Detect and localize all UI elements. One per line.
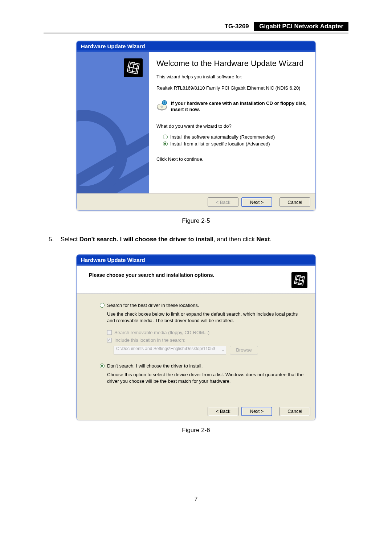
wizard-sidebar <box>77 52 149 193</box>
browse-button: Browse <box>230 346 258 354</box>
path-dropdown: C:\Documents and Settings\English\Deskto… <box>114 346 226 354</box>
radio-icon <box>163 135 168 139</box>
radio-label: Install the software automatically (Reco… <box>170 134 275 140</box>
hardware-icon <box>124 58 143 77</box>
radio-label: Don't search. I will choose the driver t… <box>107 363 203 369</box>
checkbox-label: Search removable media (floppy, CD-ROM..… <box>114 330 209 335</box>
checkbox-removable-media: Search removable media (floppy, CD-ROM..… <box>107 330 306 335</box>
svg-point-6 <box>161 106 163 107</box>
wizard-buttons: < Back Next > Cancel <box>77 403 315 420</box>
search-description: Use the check boxes below to limit or ex… <box>107 311 306 324</box>
wizard-question: What do you want the wizard to do? <box>156 123 308 130</box>
radio-label: Search for the best driver in these loca… <box>107 303 199 308</box>
next-button[interactable]: Next > <box>241 407 272 416</box>
checkbox-include-location: Include this location in the search: <box>107 337 306 343</box>
dont-search-description: Choose this option to select the device … <box>107 372 306 385</box>
chevron-down-icon: ⌄ <box>221 348 225 352</box>
step-number: 5. <box>49 235 59 244</box>
page-number: 7 <box>44 496 348 503</box>
figure-caption-2: Figure 2-6 <box>44 427 348 434</box>
svg-text:i: i <box>164 100 165 104</box>
radio-icon <box>163 141 168 146</box>
continue-text: Click Next to continue. <box>156 156 308 163</box>
checkbox-icon <box>107 338 112 342</box>
product-title: Gigabit PCI Network Adapter <box>254 22 348 31</box>
next-button[interactable]: Next > <box>241 197 272 207</box>
wizard-buttons: < Back Next > Cancel <box>77 193 315 210</box>
wizard-titlebar: Hardware Update Wizard <box>77 41 315 52</box>
wizard-intro: This wizard helps you install software f… <box>156 74 308 80</box>
radio-label: Install from a list or specific location… <box>170 141 270 147</box>
figure-caption-1: Figure 2-5 <box>44 217 348 225</box>
model-number: TG-3269 <box>221 22 253 31</box>
radio-icon <box>100 364 105 368</box>
radio-automatic[interactable]: Install the software automatically (Reco… <box>163 134 308 140</box>
page-header: TG-3269 Gigabit PCI Network Adapter <box>44 22 348 33</box>
wizard-titlebar: Hardware Update Wizard <box>77 255 315 266</box>
back-button: < Back <box>208 197 238 207</box>
wizard2-heading: Please choose your search and installati… <box>89 272 214 278</box>
step-5-instruction: 5. Select Don't search. I will choose th… <box>44 235 348 244</box>
cd-disk-icon: i <box>156 100 167 111</box>
hardware-update-wizard-1: Hardware Update Wizard <box>76 41 316 211</box>
hardware-icon <box>291 272 307 288</box>
cd-instruction: If your hardware came with an installati… <box>171 100 308 113</box>
checkbox-icon <box>107 330 112 335</box>
wizard-heading: Welcome to the Hardware Update Wizard <box>156 58 308 69</box>
cancel-button[interactable]: Cancel <box>279 197 310 207</box>
radio-dont-search[interactable]: Don't search. I will choose the driver t… <box>100 363 306 369</box>
cancel-button[interactable]: Cancel <box>279 407 310 416</box>
radio-search-best[interactable]: Search for the best driver in these loca… <box>100 303 306 308</box>
device-name: Realtek RTL8169/8110 Family PCI Gigabit … <box>156 85 308 91</box>
back-button[interactable]: < Back <box>208 407 238 416</box>
hardware-update-wizard-2: Hardware Update Wizard Please choose you… <box>76 254 316 420</box>
radio-advanced[interactable]: Install from a list or specific location… <box>163 141 308 147</box>
radio-icon <box>100 303 105 308</box>
checkbox-label: Include this location in the search: <box>114 337 185 343</box>
